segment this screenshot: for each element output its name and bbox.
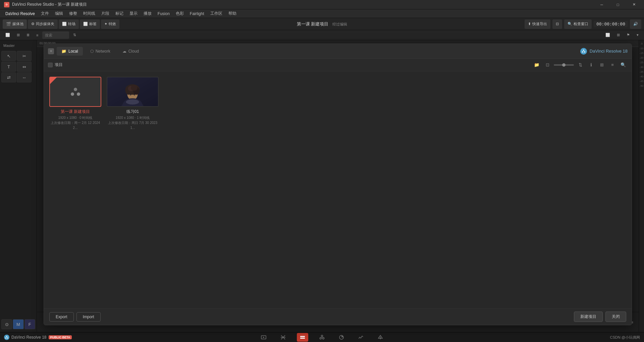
menu-edit[interactable]: 编辑 xyxy=(52,10,66,17)
menu-clip[interactable]: 片段 xyxy=(99,10,112,17)
pm-new-folder-btn[interactable]: 📁 xyxy=(532,61,541,69)
pm-tab-local[interactable]: 📁 Local xyxy=(57,47,83,56)
pm-view-toggle-btn[interactable]: ⊡ xyxy=(543,61,552,69)
view-btn-3[interactable]: ≣ xyxy=(24,31,32,39)
menu-fusion[interactable]: Fusion xyxy=(155,10,172,17)
view-btn-2[interactable]: ⊞ xyxy=(14,31,22,39)
grid-view-btn[interactable]: ⊞ xyxy=(614,31,623,39)
menu-file[interactable]: 文件 xyxy=(38,10,52,17)
menu-workspace[interactable]: 工作区 xyxy=(208,10,225,17)
svg-point-18 xyxy=(6,336,7,337)
sync-bin-button[interactable]: ⚙ 同步媒体夹 xyxy=(28,19,58,29)
new-project-button[interactable]: 新建项目 xyxy=(574,312,603,322)
pm-list-btn[interactable]: ≡ xyxy=(608,61,617,69)
close-project-button[interactable]: 关闭 xyxy=(605,312,626,322)
project-name-1: 第一课 新建项目 xyxy=(49,109,101,115)
capture-label: 转场 xyxy=(68,21,75,26)
tool-dynamic[interactable]: ⇔ xyxy=(17,62,32,72)
quick-export-button[interactable]: ⬆ 快速导出 xyxy=(525,19,550,29)
view-btn-1[interactable]: ⬜ xyxy=(3,31,13,39)
menu-mark[interactable]: 标记 xyxy=(113,10,126,17)
minimize-button[interactable]: ─ xyxy=(594,0,609,9)
project-modified-1: 上次修改日期：周一 2月 12 2024 2... xyxy=(49,120,101,130)
window-title: DaVinci Resolve Studio - 第一课 新建项目 xyxy=(12,2,87,7)
menu-trim[interactable]: 修整 xyxy=(66,10,80,17)
project-resolution-2: 1920 x 1080 · 1 时间线 xyxy=(107,115,159,120)
svg-point-0 xyxy=(583,50,584,51)
nav-fusion[interactable] xyxy=(316,333,328,342)
network-label: Network xyxy=(96,49,110,54)
capture-icon: ⬜ xyxy=(62,22,67,26)
pm-size-slider[interactable] xyxy=(554,64,574,66)
nav-fairlight[interactable] xyxy=(355,333,367,342)
menu-davinci-resolve[interactable]: DaVinci Resolve xyxy=(3,10,38,17)
pm-tab-cloud[interactable]: ☁ Cloud xyxy=(118,47,144,56)
import-button[interactable]: Import xyxy=(76,312,101,322)
ruler-6: -35 xyxy=(640,70,644,74)
fullscreen-button[interactable]: ⊡ xyxy=(552,19,562,29)
project-thumb-2 xyxy=(107,77,159,107)
pm-close-button[interactable]: ✕ xyxy=(48,48,54,54)
sort-button[interactable]: ⇅ xyxy=(70,31,79,39)
pm-grid-btn[interactable]: ⊞ xyxy=(597,61,606,69)
export-button[interactable]: Export xyxy=(49,312,74,322)
menu-color[interactable]: 色彩 xyxy=(173,10,186,17)
audio-button[interactable]: 🔊 xyxy=(630,19,641,29)
search-input[interactable] xyxy=(42,31,69,39)
maximize-button[interactable]: □ xyxy=(610,0,625,9)
tool-ripple[interactable]: ⇄ xyxy=(1,72,16,82)
project-card-2[interactable]: 练习01 1920 x 1080 · 1 时间线 上次修改日期：周日 7月 30… xyxy=(107,77,159,130)
menu-help[interactable]: 帮助 xyxy=(226,10,239,17)
pm-tab-network[interactable]: ⬡ Network xyxy=(86,47,115,56)
pm-sort-btn[interactable]: ⇅ xyxy=(576,61,585,69)
tool-magnet[interactable]: ⊙ xyxy=(1,319,12,329)
effects-button[interactable]: ✦ 特效 xyxy=(101,19,119,29)
bottom-right: CSDN @小玩偶网 xyxy=(610,335,640,340)
project-name-2: 练习01 xyxy=(107,109,159,115)
pm-content: 第一课 新建项目 1920 x 1080 · 0 时间线 上次修改日期：周一 2… xyxy=(44,71,632,308)
tool-arrow[interactable]: ↖ xyxy=(1,51,16,61)
tool-marker[interactable]: M xyxy=(13,319,23,329)
main-layout: Master ↖ ✂ T ⇔ ⇄ ↔ ⊙ M F xyxy=(0,40,644,332)
labels-label: 标签 xyxy=(89,21,97,26)
menu-timeline[interactable]: 时间线 xyxy=(80,10,98,17)
project-card-1[interactable]: 第一课 新建项目 1920 x 1080 · 0 时间线 上次修改日期：周一 2… xyxy=(49,77,101,130)
nav-color[interactable] xyxy=(336,333,347,342)
menu-fairlight[interactable]: Fairlight xyxy=(187,10,207,17)
close-button[interactable]: ✕ xyxy=(627,0,641,9)
ruler-1: -10 xyxy=(640,46,644,50)
nav-cut[interactable] xyxy=(277,333,289,342)
nav-edit[interactable] xyxy=(297,333,308,342)
inspector-icon: 🔍 xyxy=(568,22,572,26)
svg-point-1 xyxy=(582,51,583,53)
pm-select-all-checkbox[interactable] xyxy=(48,63,53,67)
tool-palette: ↖ ✂ T ⇔ ⇄ ↔ xyxy=(0,50,37,84)
ruler-4: -25 xyxy=(640,60,644,64)
media-pool-button[interactable]: 🎬 媒体池 xyxy=(3,19,27,29)
timeline-view-btn[interactable]: ⬜ xyxy=(603,31,613,39)
ruler-9: -50 xyxy=(640,84,644,88)
labels-icon: ⬜ xyxy=(83,22,88,26)
master-label: Master xyxy=(0,42,37,50)
menu-view[interactable]: 显示 xyxy=(127,10,140,17)
labels-button[interactable]: ⬜ 标签 xyxy=(80,19,100,29)
menu-playback[interactable]: 播放 xyxy=(141,10,154,17)
nav-media[interactable] xyxy=(258,333,269,342)
quick-export-label: 快速导出 xyxy=(532,21,547,26)
project-resolution-1: 1920 x 1080 · 0 时间线 xyxy=(49,115,101,120)
tool-cut[interactable]: ✂ xyxy=(17,51,32,61)
dropdown-btn[interactable]: ▾ xyxy=(634,31,641,39)
nav-deliver[interactable] xyxy=(375,333,386,342)
pm-search-btn[interactable]: 🔍 xyxy=(619,61,628,69)
media-pool-icon: 🎬 xyxy=(6,22,11,26)
pm-info-btn[interactable]: ℹ xyxy=(587,61,595,69)
content-area: 01:00:00:00 ✕ 📁 Local ⬡ Network ☁ Cloud xyxy=(37,40,639,332)
tool-flag[interactable]: F xyxy=(24,319,35,329)
flag-btn[interactable]: ⚑ xyxy=(624,31,633,39)
inspector-button[interactable]: 🔍 检查窗口 xyxy=(564,19,592,29)
local-label: Local xyxy=(68,49,78,54)
capture-button[interactable]: ⬜ 转场 xyxy=(59,19,79,29)
view-btn-4[interactable]: ≡ xyxy=(34,31,41,39)
tool-text[interactable]: T xyxy=(1,62,16,72)
tool-slide[interactable]: ↔ xyxy=(17,72,32,82)
